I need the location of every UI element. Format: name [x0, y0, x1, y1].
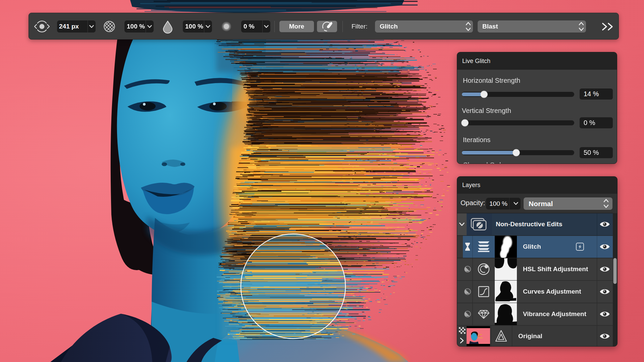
svg-text:Glitch: Glitch — [523, 243, 541, 250]
svg-text:Non-Destructive Edits: Non-Destructive Edits — [496, 221, 562, 228]
svg-text:Curves Adjustment: Curves Adjustment — [523, 288, 581, 295]
svg-text:Original: Original — [518, 333, 542, 340]
svg-text:Vibrance Adjustment: Vibrance Adjustment — [523, 310, 587, 317]
svg-text:HSL Shift Adjustment: HSL Shift Adjustment — [523, 265, 588, 273]
